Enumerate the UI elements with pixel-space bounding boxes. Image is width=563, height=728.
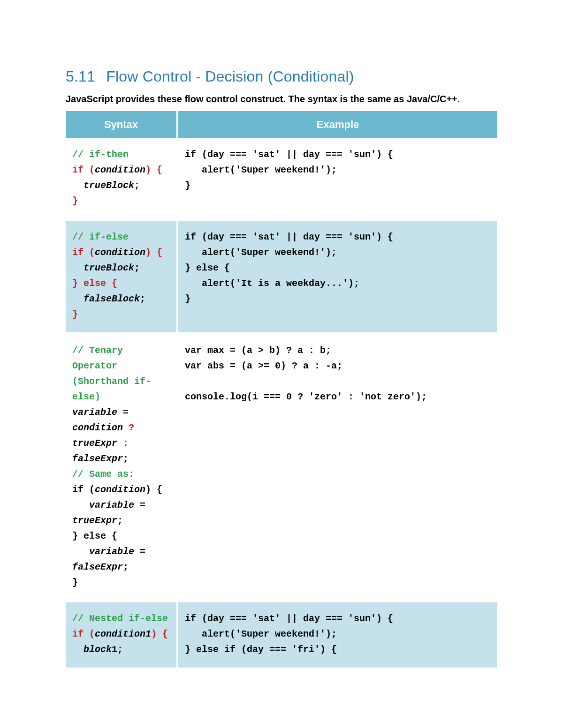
table-body: // if-then if (condition) { trueBlock; }… xyxy=(66,138,497,669)
syntax-cell: // if-else if (condition) { trueBlock; }… xyxy=(66,221,178,334)
table-row: // if-then if (condition) { trueBlock; }… xyxy=(66,138,497,221)
section-lead: JavaScript provides these flow control c… xyxy=(66,94,497,105)
table-header-syntax: Syntax xyxy=(66,111,178,138)
example-code: if (day === 'sat' || day === 'sun') { al… xyxy=(185,229,491,307)
example-code: if (day === 'sat' || day === 'sun') { al… xyxy=(185,611,491,657)
syntax-code: // Tenary Operator (Shorthand if-else) v… xyxy=(72,343,170,590)
document-page: 5.11 Flow Control - Decision (Conditiona… xyxy=(0,0,563,728)
table-row: // Tenary Operator (Shorthand if-else) v… xyxy=(66,334,497,602)
syntax-cell: // Tenary Operator (Shorthand if-else) v… xyxy=(66,334,178,602)
section-title: Flow Control - Decision (Conditional) xyxy=(106,68,354,85)
example-cell: var max = (a > b) ? a : b; var abs = (a … xyxy=(178,334,497,602)
example-code: if (day === 'sat' || day === 'sun') { al… xyxy=(185,147,491,193)
example-cell: if (day === 'sat' || day === 'sun') { al… xyxy=(178,602,497,669)
syntax-code: // Nested if-else if (condition1) { bloc… xyxy=(72,611,170,657)
table-header-example: Example xyxy=(178,111,497,138)
syntax-cell: // if-then if (condition) { trueBlock; } xyxy=(66,138,178,221)
example-code: var max = (a > b) ? a : b; var abs = (a … xyxy=(185,343,491,405)
example-cell: if (day === 'sat' || day === 'sun') { al… xyxy=(178,221,497,334)
example-cell: if (day === 'sat' || day === 'sun') { al… xyxy=(178,138,497,221)
syntax-example-table: Syntax Example // if-then if (condition)… xyxy=(66,111,497,669)
syntax-code: // if-else if (condition) { trueBlock; }… xyxy=(72,229,170,322)
section-heading: 5.11 Flow Control - Decision (Conditiona… xyxy=(66,68,497,85)
table-row: // Nested if-else if (condition1) { bloc… xyxy=(66,602,497,669)
syntax-cell: // Nested if-else if (condition1) { bloc… xyxy=(66,602,178,669)
syntax-code: // if-then if (condition) { trueBlock; } xyxy=(72,147,170,209)
section-number: 5.11 xyxy=(66,68,95,85)
table-row: // if-else if (condition) { trueBlock; }… xyxy=(66,221,497,334)
